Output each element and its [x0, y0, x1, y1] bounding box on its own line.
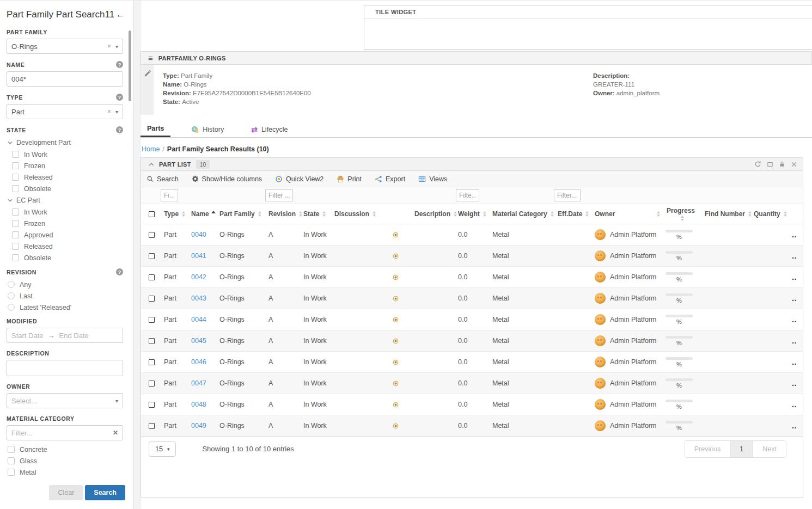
- tab-parts[interactable]: Parts: [141, 121, 170, 137]
- discussion-eye-icon[interactable]: [392, 338, 399, 345]
- row-actions-menu[interactable]: …: [791, 267, 803, 287]
- part-name-link[interactable]: 0044: [191, 316, 206, 323]
- part-name-link[interactable]: 0045: [191, 337, 206, 345]
- state-option-checkbox[interactable]: Frozen: [7, 218, 123, 229]
- row-actions-menu[interactable]: …: [791, 394, 803, 415]
- row-actions-menu[interactable]: …: [791, 288, 803, 309]
- state-option-checkbox[interactable]: Frozen: [7, 160, 123, 171]
- state-option-checkbox[interactable]: Released: [7, 171, 123, 183]
- revision-radio[interactable]: Latest 'Released': [7, 302, 123, 313]
- toolbar-show-hide-columns-button[interactable]: Show/Hide columns: [192, 175, 262, 183]
- revision-radio[interactable]: Last: [7, 290, 123, 302]
- help-icon[interactable]: ?: [116, 268, 123, 275]
- part-name-link[interactable]: 0048: [191, 401, 206, 408]
- column-header-quantity[interactable]: Quantity: [750, 204, 791, 224]
- state-option-checkbox[interactable]: Obsolete: [7, 252, 123, 263]
- column-header-part-family[interactable]: Part Family: [216, 204, 265, 224]
- row-checkbox[interactable]: [141, 246, 161, 266]
- discussion-eye-icon[interactable]: [392, 316, 399, 323]
- material-filter-input[interactable]: [11, 429, 113, 437]
- next-page-button[interactable]: Next: [753, 441, 786, 457]
- discussion-eye-icon[interactable]: [392, 359, 399, 366]
- help-icon[interactable]: ?: [116, 61, 123, 68]
- column-header-progress[interactable]: Progress: [664, 204, 701, 224]
- collapse-chevron-icon[interactable]: [149, 163, 154, 166]
- clear-selection-icon[interactable]: ×: [107, 108, 111, 115]
- column-header-find-number[interactable]: Find Number: [701, 204, 750, 224]
- toolbar-quick-view2-button[interactable]: Quick View2: [275, 175, 323, 183]
- column-header-revision[interactable]: Revision: [265, 204, 300, 224]
- state-option-checkbox[interactable]: Released: [7, 241, 123, 252]
- toolbar-views-button[interactable]: Views: [418, 175, 447, 183]
- part-name-link[interactable]: 0047: [191, 379, 206, 387]
- row-actions-menu[interactable]: …: [791, 415, 803, 436]
- name-input[interactable]: [11, 75, 118, 83]
- state-option-checkbox[interactable]: In Work: [7, 206, 123, 218]
- sidebar-scrollbar-thumb[interactable]: [129, 30, 131, 101]
- window-icon[interactable]: [767, 161, 773, 168]
- search-button[interactable]: Search: [85, 485, 125, 500]
- part-name-link[interactable]: 0041: [191, 252, 206, 260]
- discussion-eye-icon[interactable]: [392, 295, 399, 302]
- back-arrow-icon[interactable]: ←: [115, 9, 126, 20]
- row-checkbox[interactable]: [141, 288, 161, 309]
- chevron-down-icon[interactable]: ▾: [115, 398, 118, 404]
- column-header-type[interactable]: Type: [161, 204, 188, 224]
- row-checkbox[interactable]: [141, 352, 161, 372]
- row-checkbox[interactable]: [141, 415, 161, 436]
- discussion-eye-icon[interactable]: [392, 253, 399, 260]
- lock-icon[interactable]: [779, 161, 785, 168]
- refresh-icon[interactable]: [754, 161, 761, 168]
- column-header-name[interactable]: Name: [188, 204, 216, 224]
- state-option-checkbox[interactable]: Approved: [7, 229, 123, 241]
- material-option-checkbox[interactable]: Metal: [7, 467, 123, 478]
- state-option-checkbox[interactable]: Obsolete: [7, 183, 123, 194]
- tab-history[interactable]: History: [185, 121, 230, 137]
- state-group-toggle[interactable]: EC Part: [7, 194, 123, 206]
- help-icon[interactable]: ?: [116, 94, 123, 101]
- row-checkbox[interactable]: [141, 224, 161, 245]
- row-actions-menu[interactable]: …: [791, 373, 803, 394]
- row-checkbox[interactable]: [141, 330, 161, 351]
- row-actions-menu[interactable]: …: [791, 309, 803, 330]
- column-header-discussion[interactable]: Discussion: [331, 204, 411, 224]
- start-date-input[interactable]: Start Date: [11, 332, 44, 340]
- column-header-description[interactable]: Description: [411, 204, 455, 224]
- part-family-select[interactable]: O-Rings × ▾: [7, 39, 123, 54]
- column-filter-input[interactable]: [554, 189, 581, 201]
- close-icon[interactable]: [791, 161, 797, 168]
- toolbar-search-button[interactable]: Search: [146, 175, 179, 183]
- column-header-state[interactable]: State: [300, 204, 331, 224]
- type-select[interactable]: Part × ▾: [7, 104, 123, 119]
- tab-lifecycle[interactable]: ⇄Lifecycle: [245, 121, 294, 137]
- column-header-eff-date[interactable]: Eff.Date: [554, 204, 591, 224]
- previous-page-button[interactable]: Previous: [685, 441, 730, 457]
- breadcrumb-home-link[interactable]: Home: [142, 145, 160, 153]
- state-group-toggle[interactable]: Development Part: [7, 137, 123, 149]
- material-option-checkbox[interactable]: Concrete: [7, 444, 123, 455]
- discussion-eye-icon[interactable]: [392, 401, 399, 408]
- column-header-material-category[interactable]: Material Category: [489, 204, 554, 224]
- column-filter-input[interactable]: [161, 189, 178, 201]
- help-icon[interactable]: ?: [116, 126, 123, 133]
- edit-pencil-icon[interactable]: [144, 70, 151, 115]
- row-checkbox[interactable]: [141, 309, 161, 330]
- row-checkbox[interactable]: [141, 394, 161, 415]
- page-size-select[interactable]: 15 ▾: [149, 441, 176, 457]
- part-name-link[interactable]: 0043: [191, 295, 206, 302]
- material-option-checkbox[interactable]: Glass: [7, 455, 123, 467]
- row-actions-menu[interactable]: …: [791, 352, 803, 372]
- column-filter-input[interactable]: [456, 189, 479, 201]
- row-actions-menu[interactable]: …: [791, 224, 803, 245]
- owner-select[interactable]: Select... ▾: [7, 393, 123, 408]
- part-name-link[interactable]: 0042: [191, 273, 206, 281]
- row-checkbox[interactable]: [141, 267, 161, 287]
- part-name-link[interactable]: 0049: [191, 422, 206, 430]
- clear-button[interactable]: Clear: [49, 485, 83, 500]
- select-all-checkbox[interactable]: [141, 204, 161, 224]
- description-input[interactable]: [11, 364, 118, 372]
- row-actions-menu[interactable]: …: [791, 246, 803, 266]
- part-name-link[interactable]: 0046: [191, 358, 206, 366]
- column-filter-input[interactable]: [265, 189, 293, 201]
- clear-filter-icon[interactable]: ✕: [113, 429, 118, 437]
